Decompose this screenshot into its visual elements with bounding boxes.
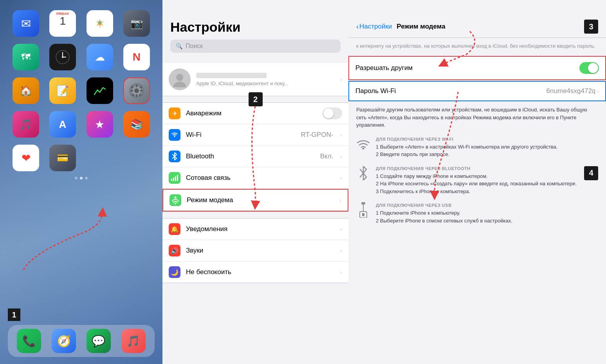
svg-point-26 xyxy=(175,203,176,204)
wifi-label: Wi-Fi xyxy=(186,131,296,139)
misc-settings-group: 🔔 Уведомления › 🔊 Звуки › 🌙 Не беспокоит… xyxy=(162,218,348,283)
search-icon: 🔍 xyxy=(176,43,182,49)
settings-header: Настройки 🔍 Поиск xyxy=(162,0,348,57)
wifi-instruction-text: ДЛЯ ПОДКЛЮЧЕНИЯ ЧЕРЕЗ WI-FI 1 Выберите «… xyxy=(376,137,598,158)
bluetooth-instruction-header: ДЛЯ ПОДКЛЮЧЕНИЯ ЧЕРЕЗ BLUETOOTH xyxy=(376,166,598,171)
allow-others-row[interactable]: Разрешать другим xyxy=(348,56,606,80)
step2-badge: 2 xyxy=(249,92,263,106)
dock-messages[interactable]: 💬 xyxy=(87,329,111,353)
svg-text:A: A xyxy=(59,118,67,130)
hotspot-chevron: › xyxy=(339,197,341,203)
cellular-chevron: › xyxy=(340,175,342,181)
cellular-icon xyxy=(169,172,180,184)
step4-badge: 4 xyxy=(584,166,598,180)
svg-point-20 xyxy=(173,82,186,87)
svg-point-9 xyxy=(134,88,139,93)
iphone-screen: ✉ Friday 1 📷 🗺 xyxy=(0,0,162,364)
sounds-icon: 🔊 xyxy=(169,245,180,256)
dnd-chevron: › xyxy=(340,269,342,275)
nav-back-button[interactable]: ‹ Настройки xyxy=(356,23,392,31)
settings-row-sounds[interactable]: 🔊 Звуки › xyxy=(162,240,348,262)
svg-rect-29 xyxy=(363,204,364,212)
app-weather[interactable]: ☁ xyxy=(85,44,115,70)
step3-badge: 3 xyxy=(584,20,598,34)
wifi-instruction-header: ДЛЯ ПОДКЛЮЧЕНИЯ ЧЕРЕЗ WI-FI xyxy=(376,137,598,142)
app-calendar[interactable]: Friday 1 xyxy=(48,10,78,37)
settings-row-bluetooth[interactable]: Bluetooth Вкл. › xyxy=(162,146,348,167)
dock-safari[interactable]: 🧭 xyxy=(52,329,76,353)
bluetooth-instruction-step1: 1 Создайте пару между iPhone и компьютер… xyxy=(376,172,598,180)
app-camera[interactable]: 📷 xyxy=(122,10,152,37)
app-clock[interactable] xyxy=(48,44,78,70)
settings-row-wifi[interactable]: Wi-Fi RT-GPON- › xyxy=(162,124,348,146)
settings-row-dnd[interactable]: 🌙 Не беспокоить › xyxy=(162,262,348,283)
wifi-password-label: Пароль Wi-Fi xyxy=(355,87,546,95)
dnd-label: Не беспокоить xyxy=(186,268,335,276)
airplane-toggle[interactable] xyxy=(323,108,342,119)
wifi-value: RT-GPON- xyxy=(301,131,334,139)
profile-chevron: › xyxy=(340,76,342,82)
svg-point-1 xyxy=(98,21,101,24)
svg-rect-22 xyxy=(171,179,172,181)
app-photos[interactable] xyxy=(85,10,115,37)
settings-row-hotspot[interactable]: Режим модема › xyxy=(162,189,348,212)
app-stocks[interactable] xyxy=(85,77,115,104)
airplane-label: Авиарежим xyxy=(186,109,317,117)
airplane-icon: ✈ xyxy=(169,108,180,119)
profile-text: Apple ID, iCloud, медиаконтент и поку... xyxy=(196,73,335,86)
usb-instruction-section: ДЛЯ ПОДКЛЮЧЕНИЯ ЧЕРЕЗ USB 1 Подключите i… xyxy=(356,203,598,224)
wifi-chevron: › xyxy=(340,132,342,138)
profile-row[interactable]: Apple ID, iCloud, медиаконтент и поку...… xyxy=(162,63,348,96)
svg-point-21 xyxy=(174,136,175,137)
wifi-password-chevron: › xyxy=(597,88,599,94)
app-news[interactable]: N xyxy=(122,44,152,70)
search-bar[interactable]: 🔍 Поиск xyxy=(170,39,341,53)
wifi-instruction-section: ДЛЯ ПОДКЛЮЧЕНИЯ ЧЕРЕЗ WI-FI 1 Выберите «… xyxy=(356,137,598,158)
app-notes[interactable]: 📝 xyxy=(48,77,78,104)
svg-point-19 xyxy=(176,74,183,81)
dock-music[interactable]: 🎵 xyxy=(121,329,146,353)
settings-row-notifications[interactable]: 🔔 Уведомления › xyxy=(162,219,348,240)
usb-instruction-icon xyxy=(356,203,370,217)
settings-title: Настройки xyxy=(170,20,341,35)
wifi-instruction-icon xyxy=(356,137,370,151)
hotspot-intro-text: к интернету на устройствах, на которых в… xyxy=(348,38,606,54)
dock-phone[interactable]: 📞 xyxy=(17,329,41,353)
sounds-label: Звуки xyxy=(186,247,335,255)
app-settings[interactable] xyxy=(122,77,152,104)
bluetooth-instruction-step3: 3 Подключитесь к iPhone с компьютера. xyxy=(376,188,598,195)
allow-others-label: Разрешать другим xyxy=(355,64,579,72)
bluetooth-label: Bluetooth xyxy=(186,152,315,160)
cellular-label: Сотовая связь xyxy=(186,174,335,182)
app-mail[interactable]: ✉ xyxy=(11,10,41,37)
usb-instruction-step1: 1 Подключите iPhone к компьютеру. xyxy=(376,209,598,217)
step1-badge: 1 xyxy=(8,308,20,321)
app-home[interactable]: 🏠 xyxy=(11,77,41,104)
sounds-chevron: › xyxy=(340,247,342,254)
svg-rect-7 xyxy=(91,82,108,99)
svg-rect-13 xyxy=(140,90,143,91)
app-wallet[interactable]: 💳 xyxy=(48,145,78,171)
settings-row-cellular[interactable]: Сотовая связь › xyxy=(162,167,348,189)
allow-others-toggle[interactable] xyxy=(579,62,599,74)
status-bar xyxy=(0,0,162,5)
nav-back-label: Настройки xyxy=(359,23,392,30)
notifications-icon: 🔔 xyxy=(169,223,180,235)
usb-instruction-text: ДЛЯ ПОДКЛЮЧЕНИЯ ЧЕРЕЗ USB 1 Подключите i… xyxy=(376,203,598,224)
app-grid: ✉ Friday 1 📷 🗺 xyxy=(0,6,162,171)
usb-instruction-step2: 2 Выберите iPhone в списке сетевых служб… xyxy=(376,217,598,225)
app-maps[interactable]: 🗺 xyxy=(11,44,41,70)
search-placeholder: Поиск xyxy=(186,43,203,50)
app-appstore[interactable]: A xyxy=(48,111,78,138)
bluetooth-value: Вкл. xyxy=(320,152,334,160)
app-featured[interactable]: ★ xyxy=(85,111,115,138)
svg-rect-31 xyxy=(362,213,364,216)
app-itunes[interactable]: 🎵 xyxy=(11,111,41,138)
wifi-password-row[interactable]: Пароль Wi-Fi 6nume4sxg472q › xyxy=(348,81,606,101)
notifications-chevron: › xyxy=(340,226,342,232)
app-books[interactable]: 📚 xyxy=(122,111,152,138)
app-health[interactable]: ❤ xyxy=(11,145,41,171)
svg-rect-23 xyxy=(173,178,174,181)
bluetooth-instruction-step2: 2 На iPhone коснитесь «Создать пару» или… xyxy=(376,180,598,188)
dnd-icon: 🌙 xyxy=(169,266,180,278)
